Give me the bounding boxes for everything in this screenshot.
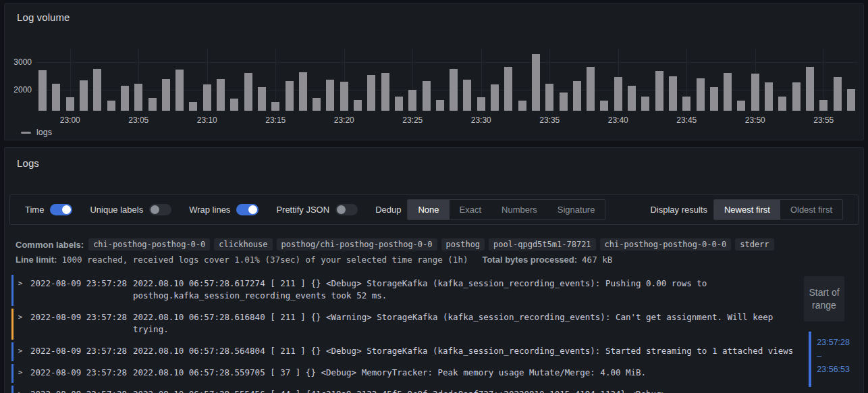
volume-bar[interactable] — [463, 80, 471, 111]
volume-bar[interactable] — [203, 84, 211, 111]
log-row[interactable]: >2022-08-09 23:57:282022.08.10 06:57:28.… — [11, 342, 804, 361]
log-volume-plot[interactable] — [36, 49, 858, 111]
volume-bar[interactable] — [271, 102, 279, 111]
toggle-switch-time[interactable] — [50, 204, 72, 215]
volume-bar[interactable] — [751, 74, 759, 111]
volume-bar[interactable] — [628, 86, 636, 111]
volume-bar[interactable] — [491, 84, 499, 111]
volume-bar[interactable] — [724, 73, 732, 111]
volume-bar[interactable] — [93, 69, 101, 111]
volume-bar[interactable] — [395, 97, 403, 111]
volume-bar[interactable] — [367, 75, 375, 111]
volume-bar[interactable] — [819, 100, 828, 111]
volume-bar[interactable] — [244, 73, 252, 111]
volume-bar[interactable] — [477, 97, 485, 111]
expand-row-icon[interactable]: > — [16, 388, 25, 393]
volume-bar[interactable] — [682, 97, 690, 111]
panel-title-logs: Logs — [17, 157, 39, 169]
volume-bar[interactable] — [545, 84, 553, 111]
expand-row-icon[interactable]: > — [16, 367, 25, 379]
volume-bar[interactable] — [66, 97, 74, 111]
volume-bar[interactable] — [134, 84, 142, 111]
line-limit-label: Line limit: — [16, 255, 57, 265]
volume-bar[interactable] — [641, 97, 649, 111]
volume-bar[interactable] — [450, 69, 458, 111]
volume-bar[interactable] — [381, 73, 389, 111]
volume-bar[interactable] — [710, 87, 718, 111]
volume-bar[interactable] — [217, 79, 225, 111]
toggle-label-unique-labels: Unique labels — [90, 205, 143, 215]
log-row[interactable]: >2022-08-09 23:57:282022.08.10 06:57:28.… — [11, 386, 804, 393]
dedup-option-none[interactable]: None — [408, 200, 449, 219]
volume-bar[interactable] — [573, 81, 581, 111]
log-message: 2022.08.10 06:57:28.555456 [ 44 ] {41c31… — [133, 388, 804, 393]
volume-bar[interactable] — [80, 80, 88, 111]
toggle-knob — [62, 205, 71, 214]
volume-bar[interactable] — [230, 99, 238, 111]
toggle-switch-wrap-lines[interactable] — [236, 204, 259, 215]
log-timestamp: 2022-08-09 23:57:28 — [30, 367, 128, 379]
toggle-switch-prettify-json[interactable] — [335, 204, 358, 215]
volume-bar[interactable] — [408, 90, 416, 111]
dedup-option-signature[interactable]: Signature — [547, 200, 605, 219]
log-row[interactable]: >2022-08-09 23:57:282022.08.10 06:57:28.… — [11, 364, 804, 383]
expand-row-icon[interactable]: > — [16, 311, 25, 336]
dedup-option-exact[interactable]: Exact — [450, 200, 492, 219]
toggle-switch-unique-labels[interactable] — [149, 204, 171, 215]
volume-bar[interactable] — [354, 100, 362, 111]
volume-bar[interactable] — [148, 98, 157, 111]
volume-bar[interactable] — [737, 101, 745, 111]
total-bytes-value: 467 kB — [582, 255, 612, 265]
volume-bar[interactable] — [189, 102, 197, 111]
volume-bar[interactable] — [175, 70, 184, 111]
volume-bar[interactable] — [587, 67, 595, 111]
volume-bar[interactable] — [299, 72, 307, 111]
volume-bar[interactable] — [778, 97, 786, 111]
volume-bar[interactable] — [313, 98, 321, 111]
volume-bar[interactable] — [806, 67, 814, 111]
volume-bar[interactable] — [107, 101, 115, 111]
volume-bar[interactable] — [52, 84, 60, 111]
log-row[interactable]: >2022-08-09 23:57:282022.08.10 06:57:28.… — [11, 275, 804, 306]
volume-bar[interactable] — [326, 80, 334, 111]
volume-bar[interactable] — [38, 70, 47, 111]
volume-bar[interactable] — [847, 89, 855, 111]
dedup-option-numbers[interactable]: Numbers — [491, 200, 547, 219]
volume-bar[interactable] — [423, 81, 431, 111]
volume-bar[interactable] — [697, 78, 705, 111]
expand-row-icon[interactable]: > — [16, 278, 25, 302]
volume-bar[interactable] — [669, 76, 677, 111]
volume-bar[interactable] — [286, 81, 294, 111]
log-timestamp: 2022-08-09 23:57:28 — [30, 388, 128, 393]
volume-bar[interactable] — [258, 87, 266, 111]
volume-bar[interactable] — [655, 71, 663, 111]
volume-bar[interactable] — [504, 67, 512, 111]
toggle-controls: TimeUnique labelsWrap linesPrettify JSON — [25, 204, 375, 215]
log-message: 2022.08.10 06:57:28.559705 [ 37 ] {} <De… — [133, 367, 804, 379]
toggle-label-prettify-json: Prettify JSON — [276, 205, 329, 215]
common-labels-label: Common labels: — [16, 240, 84, 250]
log-row[interactable]: >2022-08-09 23:57:282022.08.10 06:57:28.… — [11, 309, 804, 340]
common-label-badge: pool-qpgd5t5m1-78721 — [489, 238, 596, 251]
volume-bar[interactable] — [532, 54, 540, 111]
x-tick-label: 23:10 — [187, 115, 227, 125]
volume-bar[interactable] — [792, 82, 801, 111]
volume-bar[interactable] — [518, 101, 526, 111]
legend-item-logs[interactable]: logs — [21, 128, 52, 137]
volume-bar[interactable] — [121, 86, 129, 111]
volume-bar[interactable] — [162, 79, 170, 111]
volume-bar[interactable] — [600, 101, 608, 111]
x-tick-label: 23:15 — [255, 115, 296, 125]
visible-range-indicator: 23:57:28 – 23:56:53 — [809, 332, 850, 387]
volume-bar[interactable] — [834, 77, 842, 111]
volume-bar[interactable] — [560, 93, 568, 111]
volume-bar[interactable] — [436, 100, 444, 111]
display-results-option-oldest-first[interactable]: Oldest first — [780, 200, 842, 219]
expand-row-icon[interactable]: > — [16, 345, 25, 357]
toggle-wrap-lines: Wrap lines — [189, 204, 259, 215]
display-results-option-newest-first[interactable]: Newest first — [714, 200, 780, 219]
toggle-knob — [337, 205, 346, 214]
volume-bar[interactable] — [614, 77, 622, 111]
volume-bar[interactable] — [765, 82, 773, 111]
volume-bar[interactable] — [340, 82, 348, 111]
